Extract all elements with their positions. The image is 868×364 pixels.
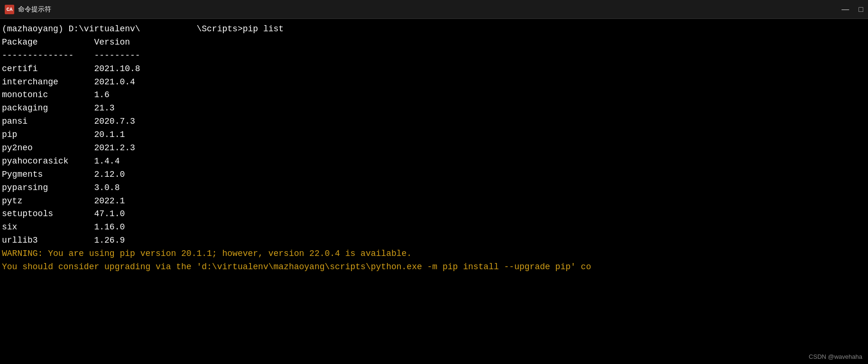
terminal-line: interchange 2021.0.4 — [2, 76, 866, 89]
terminal-line: six 1.16.0 — [2, 221, 866, 234]
minimize-button[interactable]: — — [841, 6, 849, 13]
maximize-button[interactable]: □ — [859, 6, 863, 13]
terminal-line: pyahocorasick 1.4.4 — [2, 155, 866, 168]
window-title: 命令提示符 — [18, 5, 51, 14]
terminal-line: setuptools 47.1.0 — [2, 208, 866, 221]
terminal-line: monotonic 1.6 — [2, 89, 866, 102]
terminal-line: pytz 2022.1 — [2, 195, 866, 208]
window-controls: — □ — [841, 6, 863, 13]
terminal-line: py2neo 2021.2.3 — [2, 142, 866, 155]
terminal-line: WARNING: You are using pip version 20.1.… — [2, 247, 866, 261]
titlebar: CA 命令提示符 — □ — [0, 0, 868, 19]
terminal-line: packaging 21.3 — [2, 102, 866, 115]
cmd-icon: CA — [5, 5, 14, 14]
terminal-line: Package Version — [2, 36, 866, 49]
terminal-line: pansi 2020.7.3 — [2, 115, 866, 128]
terminal-line: You should consider upgrading via the 'd… — [2, 261, 866, 274]
terminal-line: (mazhaoyang) D:\virtualenv\ \Scripts>pip… — [2, 23, 866, 36]
terminal-line: certifi 2021.10.8 — [2, 63, 866, 76]
terminal-line: pyparsing 3.0.8 — [2, 182, 866, 195]
terminal-line: Pygments 2.12.0 — [2, 168, 866, 182]
terminal-window[interactable]: (mazhaoyang) D:\virtualenv\ \Scripts>pip… — [0, 19, 868, 364]
terminal-line: pip 20.1.1 — [2, 128, 866, 142]
terminal-line: urllib3 1.26.9 — [2, 234, 866, 247]
watermark: CSDN @wavehaha — [809, 353, 862, 360]
titlebar-left: CA 命令提示符 — [5, 5, 51, 14]
terminal-line: -------------- --------- — [2, 49, 866, 63]
